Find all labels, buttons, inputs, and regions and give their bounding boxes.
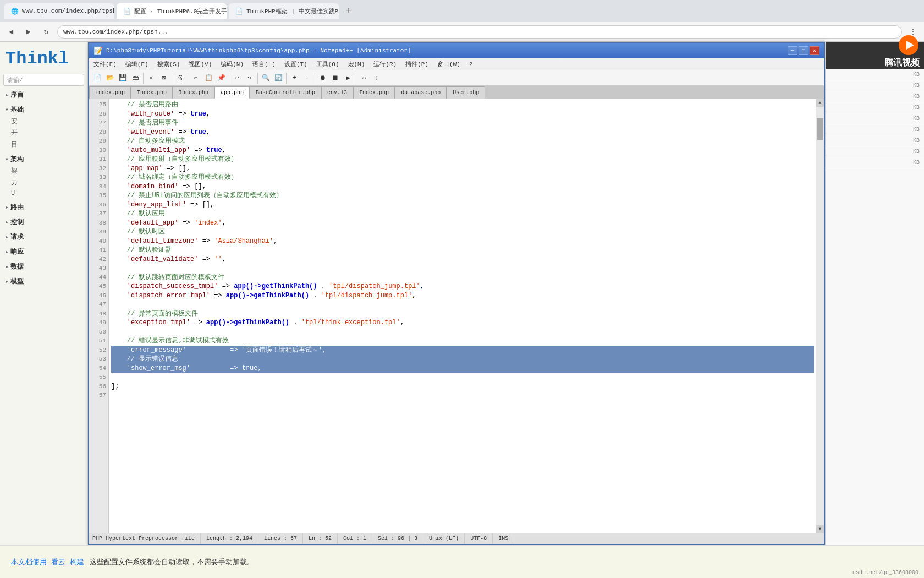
menu-macro[interactable]: 宏(M): [344, 58, 370, 70]
toolbar-close[interactable]: ✕: [145, 72, 157, 84]
menu-search[interactable]: 搜索(S): [153, 58, 185, 70]
filetab-index3[interactable]: Index.php: [173, 86, 215, 99]
sidebar-section-ctrl-header[interactable]: 控制: [0, 216, 87, 228]
sidebar-item-arch-2[interactable]: 力: [0, 177, 87, 188]
sidebar-item-basic-3[interactable]: 目: [0, 139, 87, 150]
sidebar-section-route-header[interactable]: 路由: [0, 201, 87, 213]
menu-help[interactable]: ?: [465, 58, 477, 70]
sidebar-section-basic-header[interactable]: 基础: [0, 104, 87, 116]
sidebar-section-preface-header[interactable]: 序言: [0, 89, 87, 101]
code-line-25: // 是否启用路由: [111, 100, 814, 110]
browser-tab-3[interactable]: 📄 ThinkPHP框架 | 中文最佳实践P... ✕: [229, 3, 339, 19]
menu-language[interactable]: 语言(L): [248, 58, 280, 70]
toolbar-new[interactable]: 📄: [91, 72, 103, 84]
code-line-52: 'error_message' => '页面错误！请稍后再试～',: [111, 346, 814, 355]
toolbar-replace[interactable]: 🔄: [272, 72, 284, 84]
filetab-basecontroller[interactable]: BaseController.php: [250, 86, 321, 99]
toolbar-close-all[interactable]: ⊠: [158, 72, 170, 84]
right-list-item-3: KB: [826, 91, 924, 102]
toolbar-find[interactable]: 🔍: [260, 72, 272, 84]
filetab-index2[interactable]: Index.php: [131, 86, 173, 99]
sidebar-section-resp-header[interactable]: 响应: [0, 246, 87, 258]
sidebar-section-req-header[interactable]: 请求: [0, 231, 87, 243]
bottom-bar-link[interactable]: 本文档使用 看云 构建: [11, 557, 84, 567]
menu-plugin[interactable]: 插件(P): [401, 58, 433, 70]
scroll-up-button[interactable]: ▲: [816, 99, 824, 107]
line-num-55: 55: [89, 373, 106, 382]
sidebar-item-basic-1[interactable]: 安: [0, 116, 87, 127]
toolbar-save[interactable]: 💾: [117, 72, 129, 84]
menu-settings[interactable]: 设置(T): [280, 58, 312, 70]
browser-tab-2[interactable]: 📄 配置 · ThinkPHP6.0完全开发手... ✕: [117, 3, 227, 19]
restore-button[interactable]: □: [799, 46, 809, 55]
scroll-down-button[interactable]: ▼: [816, 525, 824, 533]
toolbar-copy[interactable]: 📋: [202, 72, 215, 84]
toolbar-sep-2: [172, 73, 172, 84]
tab2-label: 配置 · ThinkPHP6.0完全开发手...: [134, 7, 227, 15]
reload-button[interactable]: ↻: [40, 25, 53, 39]
code-line-27: // 是否启用事件: [111, 118, 814, 128]
menu-search-label: 搜索(S): [157, 60, 180, 68]
website-search[interactable]: 请输/: [3, 74, 84, 86]
sidebar-section-arch-header[interactable]: 架构: [0, 154, 87, 165]
toolbar-sync-v[interactable]: ↕: [371, 72, 383, 84]
line-num-33: 33: [89, 173, 106, 182]
close-button[interactable]: ✕: [810, 46, 820, 55]
toolbar-macro-stop[interactable]: ⏹: [329, 72, 342, 84]
sidebar-section-data-header[interactable]: 数据: [0, 261, 87, 272]
code-line-26: 'with_route' => true,: [111, 110, 814, 119]
sidebar-item-arch-3[interactable]: U: [0, 188, 87, 198]
scroll-thumb[interactable]: [817, 118, 823, 140]
code-content[interactable]: // 是否启用路由 'with_route' => true, // 是否启用事…: [109, 99, 816, 533]
status-ins: INS: [493, 533, 514, 544]
toolbar-cut[interactable]: ✂: [190, 72, 202, 84]
menu-tools[interactable]: 工具(O): [312, 58, 344, 70]
menu-file[interactable]: 文件(F): [89, 58, 121, 70]
toolbar-undo[interactable]: ↩: [231, 72, 243, 84]
filetab-index1[interactable]: index.php: [89, 86, 131, 99]
toolbar-open[interactable]: 📂: [104, 72, 116, 84]
right-list-item-8: KB: [826, 146, 924, 157]
toolbar-sync-h[interactable]: ↔: [358, 72, 370, 84]
toolbar-macro-rec[interactable]: ⏺: [317, 72, 329, 84]
forward-button[interactable]: ▶: [22, 25, 35, 39]
sidebar-item-basic-2[interactable]: 开: [0, 127, 87, 139]
toolbar-paste[interactable]: 📌: [215, 72, 227, 84]
menu-encoding[interactable]: 编码(N): [216, 58, 248, 70]
back-button[interactable]: ◀: [4, 25, 18, 39]
toolbar-sep-6: [286, 73, 287, 84]
code-line-46: 'dispatch_error_tmpl' => app()->getThink…: [111, 291, 814, 301]
sidebar-item-arch-1[interactable]: 架: [0, 165, 87, 177]
line-num-40: 40: [89, 237, 106, 246]
length-text: length : 2,194: [206, 536, 252, 542]
eol-text: Unix (LF): [429, 536, 459, 542]
toolbar-save-all[interactable]: 🗃: [129, 72, 141, 84]
line-num-47: 47: [89, 300, 106, 309]
menu-help-label: ?: [469, 61, 473, 68]
new-tab-button[interactable]: +: [341, 3, 356, 19]
browser-tab-1[interactable]: 🌐 www.tp6.com/index.php/tpsh... ✕: [4, 3, 114, 19]
filetab-index4[interactable]: Index.php: [353, 86, 395, 99]
toolbar-print[interactable]: 🖨: [174, 72, 186, 84]
notepad-filetabs: index.php Index.php Index.php app.php Ba…: [89, 86, 824, 99]
menu-edit[interactable]: 编辑(E): [121, 58, 153, 70]
status-encoding: UTF-8: [465, 533, 493, 544]
filetab-app[interactable]: app.php: [215, 86, 250, 99]
toolbar-zoom-in[interactable]: +: [288, 72, 300, 84]
address-input[interactable]: www.tp6.com/index.php/tpsh...: [57, 25, 902, 39]
menu-view[interactable]: 视图(V): [184, 58, 216, 70]
menu-run[interactable]: 运行(R): [369, 58, 401, 70]
lines-text: lines : 57: [264, 536, 297, 542]
menu-window[interactable]: 窗口(W): [433, 58, 465, 70]
toolbar-zoom-out[interactable]: -: [301, 72, 313, 84]
filetab-index1-label: index.php: [95, 90, 125, 96]
toolbar-macro-play[interactable]: ▶: [342, 72, 354, 84]
minimize-button[interactable]: ─: [788, 46, 798, 55]
filetab-database[interactable]: database.php: [395, 86, 447, 99]
filetab-env[interactable]: env.l3: [321, 86, 353, 99]
toolbar-redo[interactable]: ↪: [244, 72, 256, 84]
sidebar-section-model-header[interactable]: 模型: [0, 276, 87, 287]
line-num-43: 43: [89, 264, 106, 273]
filetab-user[interactable]: User.php: [447, 86, 485, 99]
vertical-scrollbar[interactable]: ▲ ▼: [816, 99, 824, 533]
